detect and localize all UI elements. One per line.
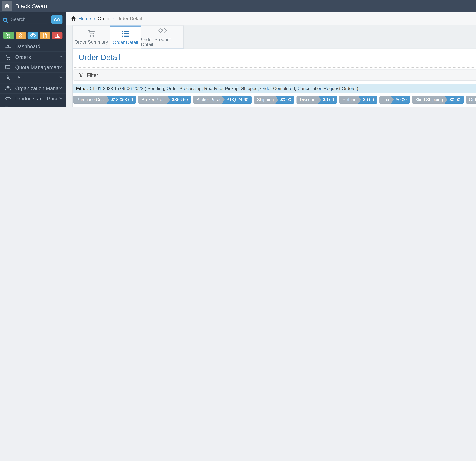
- chevron-down-icon: [59, 97, 63, 101]
- cart-icon: [5, 54, 11, 60]
- search-icon: [2, 17, 9, 23]
- cart-icon: [87, 29, 96, 37]
- sidebar-item-templates[interactable]: Templates: [0, 104, 66, 107]
- sidebar: GO Dashboard Orders Quote Management: [0, 12, 66, 107]
- sidebar-item-orders[interactable]: Orders: [0, 52, 66, 62]
- sidebar-item-dashboard[interactable]: Dashboard: [0, 42, 66, 52]
- quick-buttons: [0, 29, 66, 42]
- breadcrumb-order: Order: [98, 16, 110, 21]
- breadcrumb-home-link[interactable]: Home: [78, 16, 91, 21]
- dashboard-icon: [5, 43, 11, 50]
- sidebar-item-organization-management[interactable]: Organization Management: [0, 83, 66, 94]
- badge-broker-price: Broker Price$13,924.60: [193, 96, 252, 103]
- user-icon: [5, 75, 11, 81]
- funnel-icon: [78, 72, 84, 78]
- page-header: Order Detail Save: [73, 49, 476, 68]
- badge-order-total: Order Total$13,924.60: [466, 96, 476, 103]
- chevron-down-icon: [59, 55, 63, 59]
- sidebar-item-products-and-prices[interactable]: Products and Prices: [0, 94, 66, 104]
- sidebar-search: GO: [0, 12, 66, 29]
- search-input[interactable]: [10, 16, 47, 23]
- breadcrumb-separator: ›: [112, 16, 114, 21]
- filter-toggle[interactable]: Filter: [73, 69, 476, 81]
- main-content: Home › Order › Order Detail Login As : B…: [66, 12, 476, 107]
- quick-products-button[interactable]: [28, 32, 38, 39]
- search-go-button[interactable]: GO: [51, 15, 63, 24]
- app-title: Black Swan: [15, 3, 47, 9]
- sidebar-item-quote-management[interactable]: Quote Management: [0, 62, 66, 73]
- report-panel: Order Detail Save Filter Filter: 01-01-2…: [72, 49, 476, 107]
- tags-icon: [158, 27, 167, 34]
- badge-discount: Discount$0.00: [297, 96, 337, 103]
- tab-order-product-detail[interactable]: Order Product Detail: [141, 26, 184, 49]
- sidebar-item-user[interactable]: User: [0, 73, 66, 83]
- quick-orders-button[interactable]: [3, 32, 14, 39]
- report-tabs: Order Summary Order Detail Order Product…: [72, 26, 476, 49]
- breadcrumb-current: Order Detail: [116, 16, 142, 21]
- tags-icon: [30, 33, 36, 38]
- home-icon-button[interactable]: [2, 1, 12, 11]
- tab-order-detail[interactable]: Order Detail: [110, 26, 141, 49]
- home-icon: [71, 16, 76, 21]
- quick-user-button[interactable]: [16, 32, 26, 39]
- filter-summary: Filter: 01-01-2023 To 06-06-2023 ( Pendi…: [73, 84, 476, 93]
- page-title: Order Detail: [78, 53, 121, 62]
- app-window: Black Swan ? 570 Welcome,: [0, 0, 476, 107]
- badge-tax: Tax$0.00: [379, 96, 410, 103]
- bar-chart-icon: [55, 33, 60, 38]
- pdf-file-icon: [5, 106, 11, 107]
- pdf-file-icon: [43, 33, 47, 38]
- brand: Black Swan: [0, 0, 66, 12]
- sidebar-nav: Dashboard Orders Quote Management User O…: [0, 42, 66, 107]
- users-group-icon: [5, 85, 11, 91]
- badge-refund: Refund$0.00: [339, 96, 377, 103]
- speech-bubble-icon: [5, 64, 11, 70]
- filter-label: Filter: [87, 72, 98, 78]
- list-icon: [121, 30, 129, 37]
- badge-shipping: Shipping$0.00: [254, 96, 294, 103]
- user-icon: [18, 33, 23, 38]
- tags-icon: [5, 96, 11, 102]
- tab-order-summary[interactable]: Order Summary: [72, 26, 110, 49]
- quick-templates-button[interactable]: [40, 32, 50, 39]
- breadcrumb-separator: ›: [94, 16, 95, 21]
- summary-badges: Purchase Cost$13,058.00 Broker Profit$86…: [73, 96, 476, 103]
- breadcrumb-bar: Home › Order › Order Detail Login As : B…: [66, 12, 476, 25]
- badge-blind-shipping: Blind Shipping$0.00: [412, 96, 464, 103]
- home-icon: [4, 3, 10, 9]
- badge-broker-profit: Broker Profit$866.60: [138, 96, 191, 103]
- chevron-down-icon: [59, 87, 63, 90]
- badge-purchase-cost: Purchase Cost$13,058.00: [73, 96, 136, 103]
- chevron-down-icon: [59, 66, 63, 69]
- top-bar: Black Swan ? 570 Welcome,: [0, 0, 476, 12]
- breadcrumb: Home › Order › Order Detail: [71, 16, 142, 21]
- chevron-down-icon: [59, 76, 63, 79]
- cart-icon: [6, 33, 11, 38]
- quick-reports-button[interactable]: [52, 32, 63, 39]
